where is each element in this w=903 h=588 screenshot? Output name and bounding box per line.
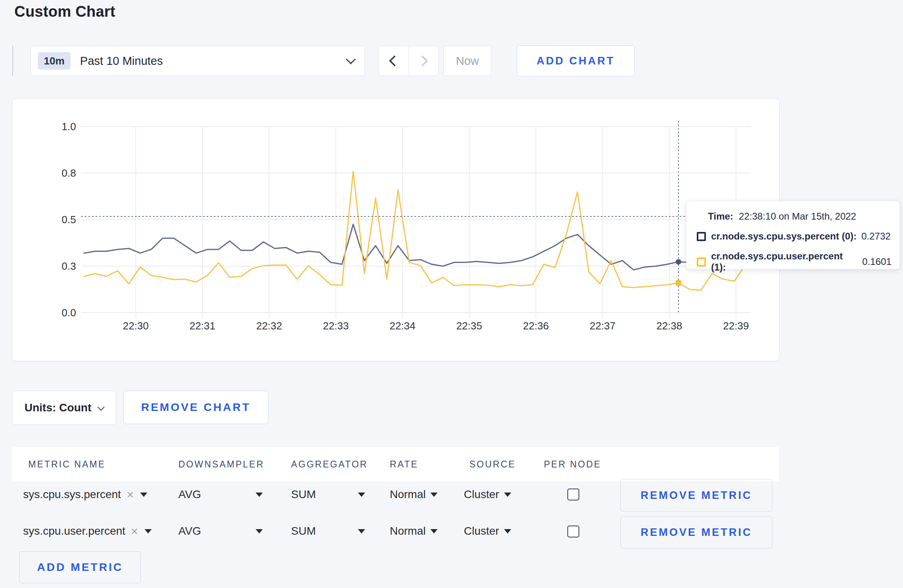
tooltip-time-value: 22:38:10 on Mar 15th, 2022 [739, 211, 856, 222]
prev-time-button[interactable] [379, 46, 408, 76]
aggregator-value: SUM [291, 488, 316, 501]
source-dropdown[interactable]: Cluster [464, 488, 511, 501]
remove-chart-button[interactable]: REMOVE CHART [123, 391, 268, 424]
per-node-checkbox[interactable] [567, 526, 579, 537]
aggregator-value: SUM [291, 525, 316, 537]
downsampler-dropdown[interactable]: AVG [178, 488, 263, 501]
remove-metric-button[interactable]: REMOVE METRIC [620, 516, 772, 549]
units-selector[interactable]: Units: Count [12, 391, 116, 425]
downsampler-value: AVG [178, 488, 201, 501]
svg-text:22:35: 22:35 [456, 320, 482, 332]
clear-metric-icon[interactable]: × [131, 525, 138, 537]
tooltip-series-row: cr.node.sys.cpu.user.percent (1): 0.1601 [697, 251, 891, 273]
chevron-left-icon [389, 55, 400, 66]
tooltip-series-value: 0.1601 [862, 256, 891, 267]
svg-text:0.8: 0.8 [62, 167, 76, 179]
aggregator-dropdown[interactable]: SUM [291, 488, 365, 501]
rate-value: Normal [390, 488, 426, 501]
col-header-rate: RATE [390, 459, 418, 470]
svg-text:22:30: 22:30 [123, 320, 149, 332]
next-time-button[interactable] [408, 46, 439, 76]
series-sys-swatch-icon [697, 232, 706, 241]
toolbar-left-divider [12, 46, 13, 76]
svg-text:22:39: 22:39 [723, 320, 749, 332]
series-user-swatch-icon [697, 257, 706, 267]
time-nav-group [378, 46, 439, 76]
add-metric-button[interactable]: ADD METRIC [19, 551, 141, 583]
svg-text:0.3: 0.3 [62, 260, 76, 272]
downsampler-dropdown[interactable]: AVG [178, 525, 263, 537]
dropdown-caret-icon[interactable] [145, 529, 152, 533]
add-chart-button[interactable]: ADD CHART [517, 45, 635, 76]
downsampler-value: AVG [178, 525, 201, 537]
svg-text:1.0: 1.0 [62, 121, 76, 132]
tooltip-time-row: Time:22:38:10 on Mar 15th, 2022 [708, 211, 891, 222]
rate-dropdown[interactable]: Normal [390, 488, 438, 501]
metric-name-value: sys.cpu.user.percent [23, 525, 125, 537]
tooltip-series-value: 0.2732 [861, 231, 890, 242]
svg-text:22:36: 22:36 [523, 320, 549, 332]
metric-name-dropdown[interactable]: sys.cpu.sys.percent × [23, 488, 147, 501]
time-window-selector[interactable]: 10m Past 10 Minutes [31, 46, 365, 76]
svg-text:22:37: 22:37 [590, 320, 616, 332]
col-header-aggregator: AGGREGATOR [291, 459, 368, 470]
dropdown-caret-icon [504, 493, 511, 497]
chevron-down-icon [346, 54, 356, 64]
dropdown-caret-icon [358, 529, 365, 533]
tooltip-series-label: cr.node.sys.cpu.user.percent (1): [711, 251, 858, 273]
dropdown-caret-icon[interactable] [140, 493, 147, 497]
svg-text:0.0: 0.0 [62, 307, 76, 319]
time-window-badge: 10m [38, 52, 70, 70]
svg-text:22:38: 22:38 [656, 320, 682, 332]
metric-name-value: sys.cpu.sys.percent [23, 488, 121, 501]
dropdown-caret-icon [358, 493, 365, 497]
aggregator-dropdown[interactable]: SUM [291, 525, 365, 537]
tooltip-series-row: cr.node.sys.cpu.sys.percent (0): 0.2732 [697, 231, 891, 242]
tooltip-series-label: cr.node.sys.cpu.sys.percent (0): [711, 231, 856, 242]
dropdown-caret-icon [256, 493, 263, 497]
svg-text:22:32: 22:32 [256, 320, 282, 332]
remove-metric-button[interactable]: REMOVE METRIC [620, 479, 772, 512]
units-label: Units: Count [25, 401, 92, 414]
page-title: Custom Chart [14, 3, 115, 20]
rate-dropdown[interactable]: Normal [390, 525, 438, 537]
chevron-right-icon [417, 55, 428, 66]
svg-text:22:34: 22:34 [389, 320, 415, 332]
chevron-down-icon [98, 403, 105, 411]
dropdown-caret-icon [256, 529, 263, 533]
per-node-checkbox[interactable] [567, 489, 579, 500]
tooltip-time-label: Time: [708, 211, 733, 222]
source-dropdown[interactable]: Cluster [464, 525, 511, 537]
chart-panel: 0.00.30.50.81.022:3022:3122:3222:3322:34… [12, 99, 780, 361]
svg-text:0.5: 0.5 [62, 214, 76, 226]
dropdown-caret-icon [504, 529, 511, 533]
time-window-label: Past 10 Minutes [80, 55, 347, 68]
col-header-per-node: PER NODE [544, 459, 601, 470]
chart-svg[interactable]: 0.00.30.50.81.022:3022:3122:3222:3322:34… [12, 99, 779, 361]
clear-metric-icon[interactable]: × [127, 489, 134, 501]
col-header-downsampler: DOWNSAMPLER [178, 459, 264, 470]
rate-value: Normal [390, 525, 426, 537]
metrics-table-header: METRIC NAME DOWNSAMPLER AGGREGATOR RATE … [12, 447, 779, 481]
now-button[interactable]: Now [444, 46, 491, 76]
col-header-metric-name: METRIC NAME [28, 459, 106, 470]
metric-name-dropdown[interactable]: sys.cpu.user.percent × [23, 525, 152, 537]
dropdown-caret-icon [430, 529, 438, 533]
chart-tooltip: Time:22:38:10 on Mar 15th, 2022 cr.node.… [686, 201, 900, 269]
svg-text:22:31: 22:31 [190, 320, 215, 332]
source-value: Cluster [464, 488, 499, 501]
dropdown-caret-icon [430, 493, 438, 497]
source-value: Cluster [464, 525, 499, 537]
svg-text:22:33: 22:33 [323, 320, 349, 332]
col-header-source: SOURCE [469, 459, 516, 470]
